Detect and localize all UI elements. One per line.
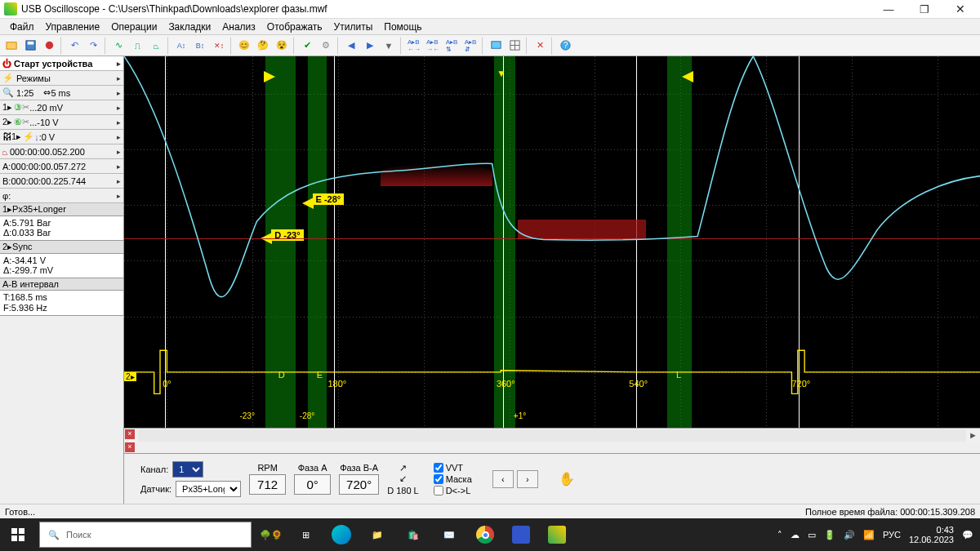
mask-checkbox[interactable]: Маска <box>434 474 472 484</box>
cursor-a-row[interactable]: A:000:00:00.057.272▸ <box>0 159 123 174</box>
d180l-icon[interactable]: ↗↙ <box>399 463 407 484</box>
tool-help-icon[interactable]: ? <box>556 37 574 55</box>
tool-undo-icon[interactable]: ↶ <box>65 37 83 55</box>
menu-bookmarks[interactable]: Закладки <box>163 20 216 34</box>
tool-ab2-icon[interactable]: A▸B→← <box>424 37 442 55</box>
tool-marker-clear-icon[interactable]: ✕↕ <box>210 37 228 55</box>
trigger-row[interactable]: 🕅1▸ ⚡ ↓:0 V▸ <box>0 130 123 144</box>
ch2-row[interactable]: 2▸⑥✂ ... -10 V▸ <box>0 115 123 130</box>
taskbar-explorer-icon[interactable]: 📁 <box>359 518 395 551</box>
close-panel-1-icon[interactable]: × <box>125 442 135 452</box>
menu-operations[interactable]: Операции <box>105 20 163 34</box>
separator <box>167 37 170 55</box>
ch1-row[interactable]: 1▸③✂ ... 20 mV▸ <box>0 100 123 115</box>
tray-notifications-icon[interactable]: 💬 <box>962 530 973 540</box>
tool-emoji2-icon[interactable]: 🤔 <box>254 37 272 55</box>
tray-clock[interactable]: 0:43 12.06.2023 <box>909 525 954 544</box>
zoom-row[interactable]: 🔍1:25⇔5 ms▸ <box>0 86 123 100</box>
measure1-delta: Δ:0.033 Bar <box>3 228 120 238</box>
tool-grid-icon[interactable] <box>506 37 523 55</box>
taskbar-app1-icon[interactable] <box>503 518 539 551</box>
cursor-b-row[interactable]: B:000:00:00.225.744▸ <box>0 174 123 189</box>
tool-delete-icon[interactable]: ✕ <box>531 37 549 55</box>
tool-gear-icon[interactable]: ⚙ <box>317 37 335 55</box>
close-button[interactable]: ✕ <box>942 0 978 18</box>
tool-nav-prev-icon[interactable]: ◀ <box>342 37 360 55</box>
tool-wave2-icon[interactable]: ⎍ <box>128 37 146 55</box>
tray-meet-icon[interactable]: ▭ <box>808 530 816 540</box>
taskbar-weather-icon[interactable]: 🌳🌻 <box>255 518 287 551</box>
timestamp-row[interactable]: ⏢000:00:00.052.200▸ <box>0 144 123 159</box>
menu-analysis[interactable]: Анализ <box>216 20 261 34</box>
tray-wifi-icon[interactable]: 📶 <box>863 530 875 540</box>
tool-check-icon[interactable]: ✔ <box>298 37 316 55</box>
taskbar-search[interactable]: 🔍 Поиск <box>39 522 252 548</box>
taskbar-store-icon[interactable]: 🛍️ <box>395 518 431 551</box>
tool-wave3-icon[interactable]: ⏢ <box>147 37 165 55</box>
tool-nav-next-icon[interactable]: ▶ <box>361 37 379 55</box>
phi-row[interactable]: φ:▸ <box>0 189 123 203</box>
tool-save-icon[interactable] <box>21 37 39 55</box>
close-panel-2-icon[interactable]: × <box>125 429 135 439</box>
measure2-header[interactable]: 2▸Sync <box>0 241 123 254</box>
tool-record-icon[interactable] <box>40 37 58 55</box>
ch2-value: -10 V <box>37 118 58 127</box>
tool-marker-b-icon[interactable]: B↕ <box>191 37 209 55</box>
nav-next-button[interactable]: › <box>517 470 538 488</box>
sensor-select[interactable]: Px35+Long <box>176 481 241 497</box>
tool-ab3-icon[interactable]: A▸B⇅ <box>443 37 461 55</box>
separator <box>230 37 233 55</box>
d180l-label: D 180 L <box>387 486 419 495</box>
ann-neg28: -28° <box>300 411 314 420</box>
tool-emoji3-icon[interactable]: 😵 <box>273 37 291 55</box>
measure3-header[interactable]: A-B интервал <box>0 278 123 291</box>
channel-select[interactable]: 1 <box>172 461 203 478</box>
menu-control[interactable]: Управление <box>40 20 106 34</box>
tray-lang[interactable]: РУС <box>883 530 901 540</box>
scroll-right-icon[interactable]: ► <box>966 430 980 440</box>
menu-file[interactable]: Файл <box>4 20 40 34</box>
tool-redo-icon[interactable]: ↷ <box>84 37 102 55</box>
rpm-label: RPM <box>257 463 277 473</box>
minimize-button[interactable]: — <box>871 0 906 18</box>
maximize-button[interactable]: ❐ <box>906 0 942 18</box>
tool-screen-icon[interactable] <box>487 37 505 55</box>
menu-display[interactable]: Отображать <box>261 20 328 34</box>
tray-onedrive-icon[interactable]: ☁ <box>791 530 800 540</box>
taskbar-edge-icon[interactable] <box>323 518 359 551</box>
timestamp-value: 000:00:00.052.200 <box>10 147 85 157</box>
modes-button[interactable]: ⚡Режимы▸ <box>0 71 123 86</box>
ch1-value: 20 mV <box>37 103 63 113</box>
hand-tool-icon[interactable]: ✋ <box>559 471 575 487</box>
tray-time: 0:43 <box>937 525 954 535</box>
tray-chevron-icon[interactable]: ˄ <box>777 530 782 540</box>
oscilloscope-display[interactable]: ▼ E -28° D -23° 2▸ 0° 180° 360° <box>124 56 980 428</box>
taskbar-oscilloscope-icon[interactable] <box>539 518 575 551</box>
horizontal-scrollbar[interactable]: ◄ ► <box>124 428 980 442</box>
menu-help[interactable]: Помощь <box>378 20 427 34</box>
measure1-header[interactable]: 1▸Px35+Longer <box>0 203 123 216</box>
measure1-values: A:5.791 Bar Δ:0.033 Bar <box>0 216 123 241</box>
deg-720: 720° <box>791 379 810 389</box>
taskbar-mail-icon[interactable]: ✉️ <box>431 518 467 551</box>
dtol-checkbox[interactable]: D<->L <box>434 486 472 495</box>
tray-battery-icon[interactable]: 🔋 <box>824 530 835 540</box>
tool-wave1-icon[interactable]: ∿ <box>109 37 127 55</box>
taskbar-chrome-icon[interactable] <box>467 518 503 551</box>
tool-marker-a-icon[interactable]: A↕ <box>172 37 190 55</box>
taskbar-taskview-icon[interactable]: ⊞ <box>287 518 323 551</box>
tool-open-icon[interactable] <box>2 37 20 55</box>
vvt-checkbox[interactable]: VVT <box>434 463 472 473</box>
start-device-button[interactable]: ⏻Старт устройства▸ <box>0 56 123 71</box>
menu-utils[interactable]: Утилиты <box>328 20 379 34</box>
nav-prev-button[interactable]: ‹ <box>492 470 514 488</box>
tool-ab1-icon[interactable]: A▸B←→ <box>405 37 423 55</box>
status-filetime: Полное время файла: 000:00:15.309.208 <box>805 507 975 517</box>
start-menu-icon[interactable] <box>0 518 36 551</box>
tray-date: 12.06.2023 <box>909 535 954 544</box>
tray-volume-icon[interactable]: 🔊 <box>844 530 855 540</box>
tool-ab4-icon[interactable]: A▸B⇵ <box>461 37 479 55</box>
tool-emoji1-icon[interactable]: 😊 <box>235 37 253 55</box>
measure2-a: A:-34.41 V <box>3 256 120 266</box>
tool-dropdown-icon[interactable]: ▼ <box>380 37 398 55</box>
